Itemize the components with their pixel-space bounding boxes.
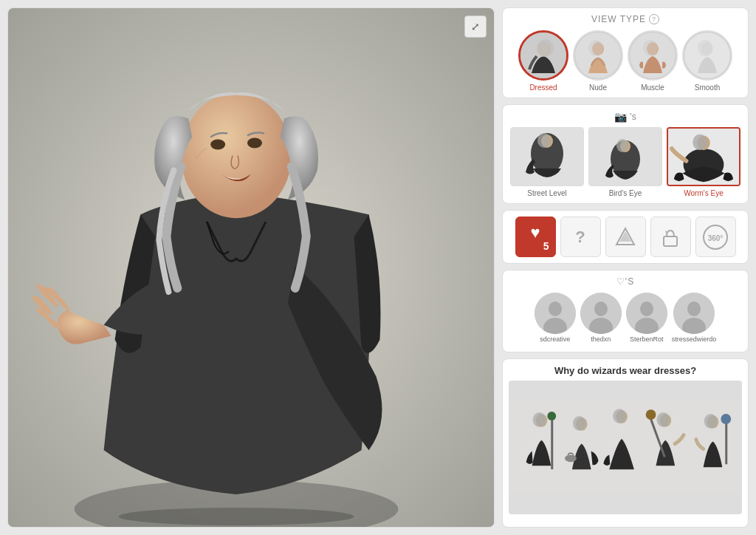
heart-icon: ♥: [530, 223, 540, 242]
view-type-help-icon[interactable]: ?: [649, 14, 659, 24]
svg-rect-34: [664, 236, 677, 246]
svg-point-64: [704, 414, 718, 429]
expand-button[interactable]: ⤢: [464, 16, 487, 38]
view-thumb-dressed: [518, 30, 568, 81]
avatar-name-stressedwierdo: stressedwierdo: [672, 335, 717, 343]
svg-point-44: [640, 301, 653, 316]
view-thumb-smooth: [682, 30, 732, 81]
worm-thumbnail: [668, 128, 739, 185]
muscle-thumbnail: [630, 33, 676, 78]
svg-point-19: [698, 40, 712, 56]
avatar-image-stressedwierdo: [673, 293, 715, 334]
promo-section: Why do wizards wear dresses?: [502, 358, 749, 528]
cam-option-worm[interactable]: Worm's Eye: [667, 127, 740, 197]
promo-image[interactable]: [509, 381, 742, 514]
like-button[interactable]: ♥ 5: [515, 217, 556, 257]
lock-button[interactable]: [650, 217, 691, 257]
likes-avatars: sdcreative thedxn: [509, 293, 742, 343]
promo-wizard-svg: [509, 381, 742, 514]
avatar-silhouette-sdcreative: [535, 293, 576, 334]
svg-point-4: [210, 140, 225, 150]
avatar-silhouette-stressedwierdo: [673, 293, 715, 334]
lock-icon: [661, 227, 680, 248]
svg-point-23: [537, 133, 551, 148]
view-thumb-muscle: [628, 30, 678, 81]
360-button[interactable]: 360°: [695, 217, 736, 257]
action-section: ♥ 5 ?: [502, 210, 749, 264]
cam-thumb-worm: [667, 127, 740, 186]
avatar-image-sterbenrot: [626, 293, 667, 334]
view-option-muscle[interactable]: Muscle: [628, 30, 678, 92]
cam-option-street[interactable]: Street Level: [510, 127, 584, 197]
svg-point-31: [693, 134, 707, 151]
like-avatar-stressedwierdo[interactable]: stressedwierdo: [672, 293, 717, 343]
svg-point-56: [565, 454, 577, 462]
view-thumb-nude: [573, 30, 623, 81]
svg-point-27: [616, 139, 628, 152]
svg-text:360°: 360°: [708, 234, 724, 242]
question-button[interactable]: ?: [560, 217, 601, 257]
view-label-smooth: Smooth: [695, 84, 720, 92]
shape-button[interactable]: [605, 217, 646, 257]
svg-point-51: [533, 412, 546, 427]
triangle-icon: [615, 227, 636, 248]
avatar-name-sterbenrot: SterbenRot: [630, 335, 664, 343]
smooth-thumbnail: [684, 33, 730, 78]
svg-point-66: [721, 414, 731, 424]
svg-point-53: [547, 412, 556, 420]
camera-suffix: 's: [630, 112, 636, 122]
like-count: 5: [543, 240, 549, 252]
street-thumbnail: [511, 128, 583, 185]
svg-point-38: [549, 301, 562, 316]
cam-label-bird: Bird's Eye: [609, 189, 642, 197]
view-option-nude[interactable]: Nude: [573, 30, 623, 92]
svg-point-16: [643, 40, 658, 56]
avatar-name-sdcreative: sdcreative: [540, 335, 570, 343]
likes-section: ♡'s sdcreative: [502, 270, 749, 352]
like-avatar-sterbenrot[interactable]: SterbenRot: [626, 293, 667, 343]
cam-thumb-bird: [588, 127, 662, 186]
avatar-image-sdcreative: [535, 293, 576, 334]
avatar-image-thedxn: [580, 293, 622, 334]
avatar-silhouette-thedxn: [580, 293, 622, 334]
view-type-title: VIEW TYPE ?: [509, 14, 742, 24]
cam-label-street: Street Level: [527, 189, 566, 197]
view-option-smooth[interactable]: Smooth: [682, 30, 732, 92]
camera-options: Street Level: [509, 127, 742, 197]
svg-point-58: [613, 409, 626, 423]
svg-point-47: [687, 301, 701, 316]
360-icon: 360°: [701, 224, 730, 251]
svg-point-6: [119, 508, 354, 525]
view-type-options: Dressed Nude: [509, 30, 742, 92]
like-avatar-thedxn[interactable]: thedxn: [580, 293, 622, 343]
cam-thumb-street: [510, 127, 584, 186]
expand-icon: ⤢: [471, 21, 480, 33]
right-panel: VIEW TYPE ?: [502, 7, 749, 528]
view-option-dressed[interactable]: Dressed: [518, 30, 568, 92]
cam-label-worm: Worm's Eye: [684, 189, 723, 197]
promo-title: Why do wizards wear dresses?: [509, 365, 742, 376]
svg-point-10: [537, 39, 554, 57]
view-label-nude: Nude: [589, 84, 607, 92]
svg-point-55: [573, 416, 586, 431]
likes-title: ♡'s: [509, 276, 742, 287]
avatar-name-thedxn: thedxn: [591, 335, 611, 343]
character-svg: [8, 8, 494, 527]
character-preview-panel: ⤢: [7, 7, 495, 528]
view-label-muscle: Muscle: [641, 84, 664, 92]
view-type-section: VIEW TYPE ?: [502, 7, 749, 98]
svg-point-5: [247, 138, 262, 149]
svg-point-62: [646, 409, 656, 420]
svg-rect-65: [725, 422, 727, 464]
camera-section-header: 📷 's: [509, 111, 742, 123]
like-avatar-sdcreative[interactable]: sdcreative: [535, 293, 576, 343]
app-container: ⤢ VIEW TYPE ?: [0, 0, 756, 535]
avatar-silhouette-sterbenrot: [626, 293, 667, 334]
camera-icon: 📷: [614, 111, 627, 123]
view-label-dressed: Dressed: [529, 84, 557, 92]
svg-point-13: [588, 40, 603, 56]
camera-section: 📷 's: [502, 104, 749, 204]
dressed-thumbnail: [520, 33, 566, 78]
cam-option-bird[interactable]: Bird's Eye: [588, 127, 662, 197]
question-icon: ?: [575, 228, 585, 247]
